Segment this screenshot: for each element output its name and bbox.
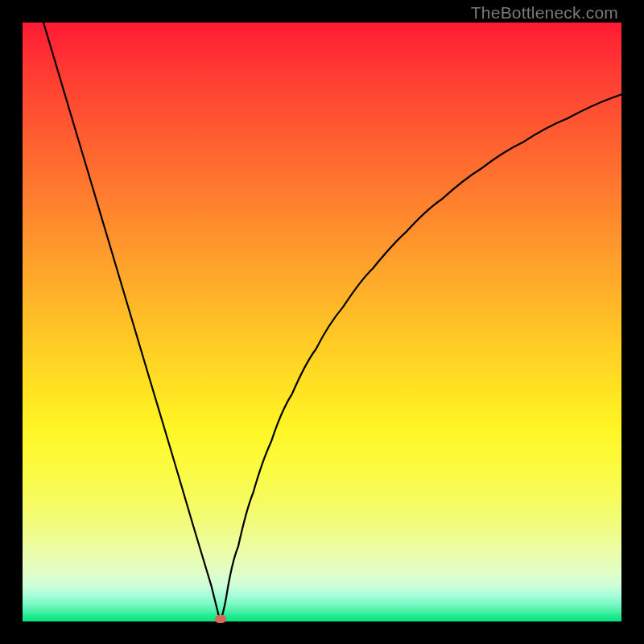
curve-left-branch [43, 23, 221, 621]
curve-right-branch [221, 94, 622, 621]
plot-area [23, 23, 621, 621]
outer-frame: TheBottleneck.com [0, 0, 644, 644]
bottleneck-curve [23, 23, 621, 621]
watermark-text: TheBottleneck.com [471, 3, 618, 23]
optimal-marker [215, 615, 226, 623]
